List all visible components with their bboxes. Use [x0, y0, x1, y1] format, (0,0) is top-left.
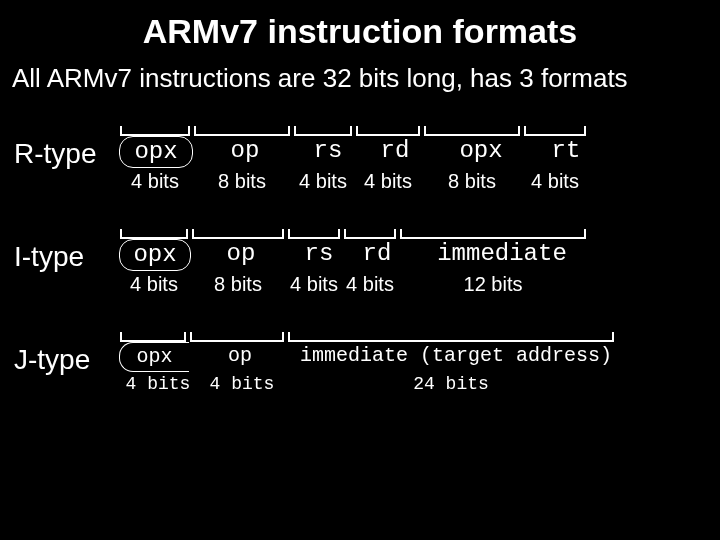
format-i-type: I-type opx op rs rd immediate 4 bits 8 b… — [8, 227, 712, 296]
r-field-rt: rt — [533, 136, 599, 168]
r-field-rs: rs — [297, 136, 359, 168]
i-field-opx: opx — [119, 239, 191, 271]
r-bits-0: 4 bits — [118, 170, 192, 193]
r-bits-1: 8 bits — [192, 170, 292, 193]
j-bits-2: 24 bits — [286, 374, 616, 394]
r-bits-5: 4 bits — [522, 170, 588, 193]
j-field-op: op — [191, 342, 289, 372]
r-field-rd: rd — [361, 136, 429, 168]
r-bits-3: 4 bits — [354, 170, 422, 193]
i-type-diagram: opx op rs rd immediate 4 bits 8 bits 4 b… — [118, 227, 712, 296]
i-bits-2: 4 bits — [286, 273, 342, 296]
r-field-opx2: opx — [431, 136, 531, 168]
j-type-label: J-type — [8, 330, 118, 376]
j-field-opx: opx — [119, 342, 189, 372]
r-field-op: op — [195, 136, 295, 168]
r-bits-4: 8 bits — [422, 170, 522, 193]
r-bits-2: 4 bits — [292, 170, 354, 193]
i-bits-4: 12 bits — [398, 273, 588, 296]
format-r-type: R-type opx op rs rd opx rt 4 bits 8 bits… — [8, 124, 712, 193]
j-bits-1: 4 bits — [198, 374, 286, 394]
r-type-diagram: opx op rs rd opx rt 4 bits 8 bits 4 bits… — [118, 124, 712, 193]
j-field-immediate: immediate (target address) — [291, 342, 621, 372]
format-j-type: J-type opx op immediate (target address)… — [8, 330, 712, 394]
r-field-opx1: opx — [119, 136, 193, 168]
i-type-label: I-type — [8, 227, 118, 273]
i-field-immediate: immediate — [407, 239, 597, 271]
subtitle: All ARMv7 instructions are 32 bits long,… — [8, 63, 712, 94]
j-bits-0: 4 bits — [118, 374, 198, 394]
i-field-rs: rs — [291, 239, 347, 271]
r-type-label: R-type — [8, 124, 118, 170]
i-bits-0: 4 bits — [118, 273, 190, 296]
i-bits-1: 8 bits — [190, 273, 286, 296]
page-title: ARMv7 instruction formats — [8, 12, 712, 51]
i-field-op: op — [193, 239, 289, 271]
i-field-rd: rd — [349, 239, 405, 271]
j-type-diagram: opx op immediate (target address) 4 bits… — [118, 330, 712, 394]
i-bits-3: 4 bits — [342, 273, 398, 296]
